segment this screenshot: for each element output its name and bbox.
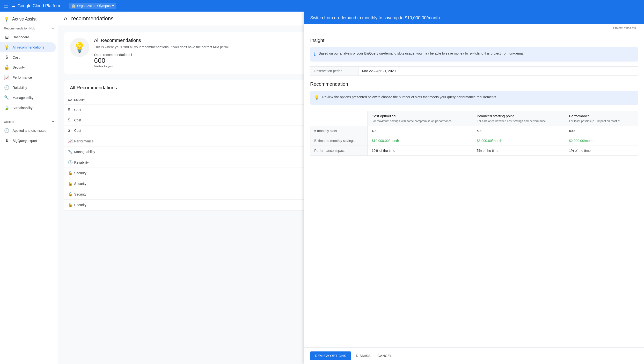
sidebar-item-security[interactable]: 🔒 Security: [0, 62, 56, 72]
panel-body: Insight ℹ Based on our analysis of your …: [304, 32, 644, 347]
dollar-icon: $: [4, 55, 10, 60]
sidebar-item-cost[interactable]: $ Cost: [0, 52, 56, 62]
open-recs-count: 600: [94, 57, 231, 64]
category-label: Performance: [74, 139, 94, 143]
grid-icon: ⊞: [4, 34, 10, 40]
sidebar-item-bigquery-export[interactable]: ⬇ BigQuery export: [0, 136, 56, 146]
category-label: Cost: [74, 129, 81, 132]
overview-text: All Recommendations This is where you'll…: [94, 38, 231, 68]
utilities-header[interactable]: Utilities ▾: [0, 117, 58, 126]
col3-header: Performance For least possible p... impa…: [565, 111, 638, 126]
recommendation-box: 💡 Review the options presented below to …: [310, 91, 638, 105]
col3-perf: 1% of the time: [565, 146, 638, 156]
options-row-slots: # monthly slots 400 500 600: [310, 126, 638, 136]
col3-desc: For least possible p... impact on most o…: [569, 120, 634, 123]
category-icon: $: [68, 128, 73, 133]
category-icon: 🔒: [68, 192, 73, 196]
observation-value: Mar 22 – Apr 21, 2020: [359, 66, 638, 76]
overview-icon: 💡: [70, 38, 89, 57]
app-name: Google Cloud Platform: [18, 4, 61, 8]
sidebar-item-label: Performance: [13, 76, 32, 80]
category-icon: 🔧: [68, 150, 73, 154]
menu-icon[interactable]: ☰: [4, 3, 8, 9]
download-icon: ⬇: [4, 138, 10, 144]
category-icon: 📈: [68, 139, 73, 144]
category-label: Security: [74, 192, 87, 196]
leaf-icon: 🍃: [4, 105, 10, 110]
open-recs-visible: Visible to you: [94, 64, 231, 68]
col1-slots: 400: [368, 126, 473, 136]
col1-desc: For maximum savings with some compromise…: [371, 120, 469, 123]
overview-title: All Recommendations: [94, 38, 231, 43]
clock-icon: 🕐: [4, 85, 10, 90]
category-badge: 🔒 Security: [68, 202, 302, 207]
sidebar-item-dashboard[interactable]: ⊞ Dashboard: [0, 32, 56, 42]
category-icon: $: [68, 108, 73, 112]
observation-label: Observation period: [310, 66, 359, 76]
sidebar-item-label: All recommendations: [13, 46, 44, 49]
sidebar-item-applied-dismissed[interactable]: 🕐 Applied and dismissed: [0, 126, 56, 136]
sidebar-item-label: Applied and dismissed: [13, 129, 46, 132]
savings-label: Estimated monthly savings: [310, 136, 368, 146]
bulb-rec-icon: 💡: [314, 94, 319, 101]
category-badge: 🔒 Security: [68, 171, 302, 175]
col2-slots: 500: [473, 126, 565, 136]
sidebar-item-reliability[interactable]: 🕐 Reliability: [0, 82, 56, 93]
info-circle-icon: ℹ: [314, 51, 316, 58]
sidebar-item-label: Security: [13, 66, 25, 69]
col3-title: Performance: [569, 114, 634, 118]
org-icon: 🏢: [72, 4, 76, 8]
sidebar-item-all-recommendations[interactable]: 💡 All recommendations: [0, 42, 56, 52]
sidebar-item-sustainability[interactable]: 🍃 Sustainability: [0, 103, 56, 113]
cancel-button[interactable]: CANCEL: [375, 352, 394, 360]
detail-panel: Switch from on-demand to monthly to save…: [304, 12, 644, 364]
options-row-performance: Performance impact 10% of the time 5% of…: [310, 146, 638, 156]
dismiss-button[interactable]: DISMISS: [354, 352, 372, 360]
org-selector[interactable]: 🏢 Organization Olympus ▾: [69, 3, 116, 9]
category-badge: $ Cost: [68, 128, 302, 133]
utilities-label: Utilities: [4, 120, 14, 124]
review-options-button[interactable]: REVIEW OPTIONS: [310, 352, 351, 360]
sidebar-item-label: Manageability: [13, 96, 33, 100]
open-recs-label: Open recommendations ℹ: [94, 53, 231, 57]
panel-project: Project: athos-tes...: [304, 24, 644, 32]
category-badge: 🔧 Manageability: [68, 150, 302, 154]
sidebar-item-label: Sustainability: [13, 106, 33, 110]
sidebar-item-label: Dashboard: [13, 35, 29, 39]
info-icon[interactable]: ℹ: [131, 53, 132, 57]
recommendation-section-title: Recommendation: [310, 81, 638, 87]
active-assist-header: 💡 Active Assist: [0, 12, 58, 24]
col2-title: Balanced starting point: [477, 114, 561, 118]
chevron-down-icon: ▾: [52, 26, 54, 30]
category-badge: 🔒 Security: [68, 192, 302, 196]
sidebar-item-manageability[interactable]: 🔧 Manageability: [0, 93, 56, 103]
category-icon: 🔒: [68, 202, 73, 207]
category-icon: $: [68, 118, 73, 122]
category-icon: 🔒: [68, 181, 73, 186]
sidebar: 💡 Active Assist Recommendation Hub ▾ ⊞ D…: [0, 12, 58, 364]
category-badge: 🕐 Reliability: [68, 160, 302, 164]
utilities-section: Utilities ▾ 🕐 Applied and dismissed ⬇ Bi…: [0, 115, 58, 146]
col1-header: Cost optimized For maximum savings with …: [368, 111, 473, 126]
col3-slots: 600: [565, 126, 638, 136]
col1-savings: $10,000.00/month: [368, 136, 473, 146]
brand-logo: ☁ Google Cloud Platform: [11, 3, 61, 8]
category-badge: $ Cost: [68, 108, 302, 112]
category-icon: 🕐: [68, 160, 73, 164]
sidebar-item-label: Reliability: [13, 86, 27, 90]
active-assist-icon: 💡: [4, 16, 9, 22]
category-badge: 📈 Performance: [68, 139, 302, 144]
active-assist-label: Active Assist: [12, 17, 37, 22]
insight-text: Based on our analysis of your BigQuery o…: [319, 51, 526, 56]
chevron-down-icon: ▾: [52, 120, 54, 124]
sidebar-item-performance[interactable]: 📈 Performance: [0, 72, 56, 82]
category-badge: $ Cost: [68, 118, 302, 122]
cloud-icon: ☁: [11, 3, 16, 8]
org-name: Organization Olympus: [77, 4, 111, 8]
category-label: Manageability: [74, 150, 95, 154]
recommendation-hub-header[interactable]: Recommendation Hub ▾: [0, 24, 58, 32]
panel-footer: REVIEW OPTIONS DISMISS CANCEL: [304, 347, 644, 364]
panel-title: Switch from on-demand to monthly to save…: [304, 12, 644, 24]
recommendation-hub-label: Recommendation Hub: [4, 26, 35, 30]
col1-title: Cost optimized: [371, 114, 469, 118]
